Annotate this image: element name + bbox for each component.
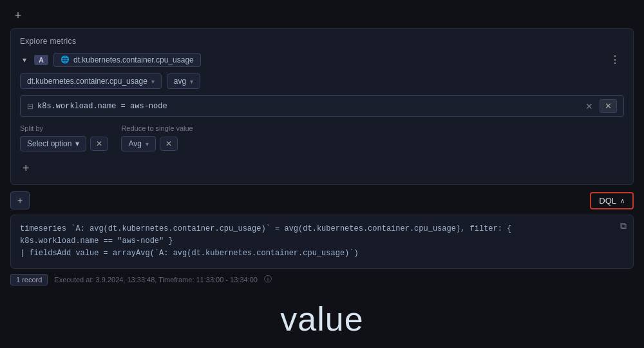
reduce-label: Reduce to single value [121,124,193,132]
record-badge: 1 record [10,274,48,285]
metric-row: ▾ A 🌐 dt.kubernetes.container.cpu_usage … [20,52,624,67]
record-bar: 1 record Executed at: 3.9.2024, 13:33:48… [10,274,634,285]
info-icon[interactable]: ⓘ [264,274,272,285]
reduce-chevron: ▾ [146,140,149,148]
metric-select-chevron: ▾ [151,78,155,85]
bottom-toolbar: + DQL ∧ [10,191,634,209]
split-by-label: Split by [20,124,108,132]
page-container: + Explore metrics ▾ A 🌐 dt.kubernetes.co… [0,0,644,348]
collapse-button[interactable]: ▾ [20,54,29,66]
filter-value: k8s.workload.name = aws-node [37,102,579,111]
value-display: value 3 [10,293,634,348]
code-line-2: k8s.workload.name == "aws-node" } [20,235,624,247]
panel-title: Explore metrics [20,37,624,46]
add-series-button[interactable]: + [10,191,30,209]
code-copy-button[interactable]: ⧉ [620,220,627,231]
code-line-1: timeseries `A: avg(dt.kubernetes.contain… [20,223,624,235]
filter-close-button[interactable]: ✕ [600,99,617,113]
aggregation-select-dropdown[interactable]: avg ▾ [167,73,200,89]
series-badge: A [34,55,48,65]
code-block: timeseries `A: avg(dt.kubernetes.contain… [10,215,634,269]
reduce-clear-button[interactable]: ✕ [160,137,178,151]
explore-metrics-panel: Explore metrics ▾ A 🌐 dt.kubernetes.cont… [10,28,634,185]
filter-icon: ⊟ [27,102,33,111]
executed-text: Executed at: 3.9.2024, 13:33:48, Timefra… [54,276,258,284]
metric-name: dt.kubernetes.container.cpu_usage [73,55,194,64]
split-by-clear-button[interactable]: ✕ [90,137,108,151]
split-by-value: Select option [27,139,71,148]
metric-select-value: dt.kubernetes.container.cpu_usage [27,77,147,86]
split-by-controls: Select option ▾ ✕ [20,136,108,151]
split-by-section: Split by Select option ▾ ✕ [20,124,108,151]
add-top-button[interactable]: + [10,8,26,23]
value-label: value [10,300,634,338]
more-options-button[interactable]: ⋮ [606,52,624,67]
globe-icon: 🌐 [61,55,70,64]
agg-select-value: avg [174,77,186,86]
metric-select-dropdown[interactable]: dt.kubernetes.container.cpu_usage ▾ [20,73,162,89]
reduce-agg-value: Avg [128,139,141,148]
dql-label: DQL [599,196,616,206]
controls-row: dt.kubernetes.container.cpu_usage ▾ avg … [20,73,624,89]
split-by-chevron: ▾ [75,139,79,148]
split-reduce-row: Split by Select option ▾ ✕ Reduce to sin… [20,124,624,151]
add-metric-button[interactable]: + [20,160,32,177]
value-number: 3 [10,343,634,348]
dql-button[interactable]: DQL ∧ [590,192,634,209]
metric-tag: 🌐 dt.kubernetes.container.cpu_usage [53,53,201,67]
dql-chevron: ∧ [620,197,625,204]
split-by-select[interactable]: Select option ▾ [20,136,86,151]
agg-select-chevron: ▾ [190,78,193,85]
reduce-agg-select[interactable]: Avg ▾ [121,136,155,151]
filter-clear-button[interactable]: ✕ [583,101,596,111]
code-line-3: | fieldsAdd value = arrayAvg(`A: avg(dt.… [20,247,624,260]
filter-row: ⊟ k8s.workload.name = aws-node ✕ ✕ [20,95,624,117]
reduce-section: Reduce to single value Avg ▾ ✕ [121,124,193,151]
reduce-controls: Avg ▾ ✕ [121,136,193,151]
